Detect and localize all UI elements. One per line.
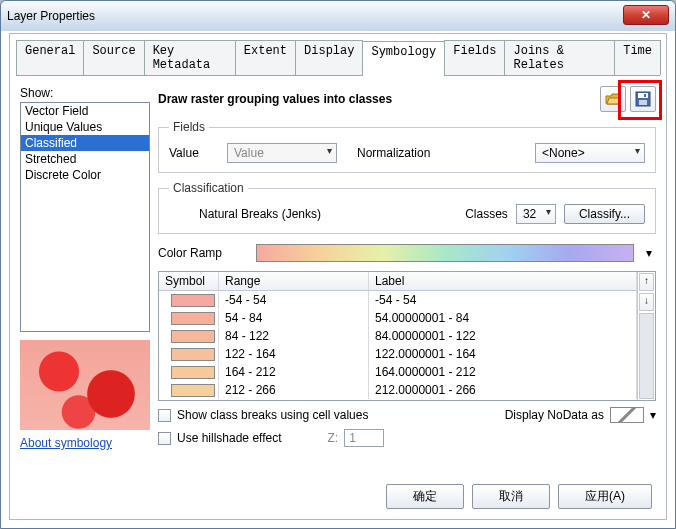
use-hillshade-label: Use hillshade effect <box>177 431 282 445</box>
show-listbox[interactable]: Vector Field Unique Values Classified St… <box>20 102 150 332</box>
table-body: -54 - 54-54 - 5454 - 8454.00000001 - 848… <box>159 291 637 399</box>
tab-time[interactable]: Time <box>614 40 661 75</box>
class-swatch[interactable] <box>171 312 215 325</box>
normalization-label: Normalization <box>357 146 430 160</box>
th-range[interactable]: Range <box>219 272 369 290</box>
tab-joins-relates[interactable]: Joins & Relates <box>504 40 615 75</box>
cell-label[interactable]: 212.0000001 - 266 <box>369 381 637 399</box>
tab-general[interactable]: General <box>16 40 84 75</box>
fields-group: Fields Value Value Normalization <None> <box>158 120 656 173</box>
table-row[interactable]: -54 - 54-54 - 54 <box>159 291 637 309</box>
left-panel: Show: Vector Field Unique Values Classif… <box>20 86 150 471</box>
class-table: Symbol Range Label -54 - 54-54 - 5454 - … <box>158 271 656 401</box>
show-item-vector-field[interactable]: Vector Field <box>21 103 149 119</box>
table-header: Symbol Range Label <box>159 272 637 291</box>
apply-button[interactable]: 应用(A) <box>558 484 652 509</box>
show-item-unique-values[interactable]: Unique Values <box>21 119 149 135</box>
z-label: Z: <box>328 431 339 445</box>
tab-symbology[interactable]: Symbology <box>362 41 445 76</box>
color-ramp-dropdown[interactable] <box>256 244 634 262</box>
cell-range[interactable]: 84 - 122 <box>219 327 369 345</box>
save-button[interactable] <box>630 86 656 112</box>
cell-range[interactable]: -54 - 54 <box>219 291 369 309</box>
dialog-footer: 确定 取消 应用(A) <box>386 484 652 509</box>
right-panel: Draw raster grouping values into classes… <box>158 86 656 471</box>
show-class-breaks-label: Show class breaks using cell values <box>177 408 368 422</box>
tab-strip: General Source Key Metadata Extent Displ… <box>16 40 660 76</box>
class-swatch[interactable] <box>171 366 215 379</box>
th-label[interactable]: Label <box>369 272 637 290</box>
show-item-classified[interactable]: Classified <box>21 135 149 151</box>
titlebar[interactable]: Layer Properties ✕ <box>1 1 675 31</box>
cancel-button[interactable]: 取消 <box>472 484 550 509</box>
cell-label[interactable]: 122.0000001 - 164 <box>369 345 637 363</box>
table-row[interactable]: 84 - 12284.00000001 - 122 <box>159 327 637 345</box>
tab-key-metadata[interactable]: Key Metadata <box>144 40 236 75</box>
chevron-down-icon[interactable]: ▾ <box>642 246 656 260</box>
window-title: Layer Properties <box>7 9 95 23</box>
display-nodata-label: Display NoData as <box>505 408 604 422</box>
close-button[interactable]: ✕ <box>623 5 669 25</box>
table-row[interactable]: 212 - 266212.0000001 - 266 <box>159 381 637 399</box>
save-disk-icon <box>635 91 651 107</box>
panel-heading: Draw raster grouping values into classes <box>158 92 596 106</box>
cell-range[interactable]: 122 - 164 <box>219 345 369 363</box>
cell-label[interactable]: 54.00000001 - 84 <box>369 309 637 327</box>
cell-label[interactable]: 164.0000001 - 212 <box>369 363 637 381</box>
heading-row: Draw raster grouping values into classes <box>158 86 656 112</box>
th-symbol[interactable]: Symbol <box>159 272 219 290</box>
cell-label[interactable]: -54 - 54 <box>369 291 637 309</box>
svg-rect-2 <box>639 100 647 105</box>
cell-range[interactable]: 54 - 84 <box>219 309 369 327</box>
tab-extent[interactable]: Extent <box>235 40 296 75</box>
open-button[interactable] <box>600 86 626 112</box>
show-class-breaks-checkbox[interactable] <box>158 409 171 422</box>
show-item-stretched[interactable]: Stretched <box>21 151 149 167</box>
tab-display[interactable]: Display <box>295 40 363 75</box>
scroll-thumb[interactable] <box>639 313 654 399</box>
open-folder-icon <box>605 92 621 106</box>
color-ramp-label: Color Ramp <box>158 246 248 260</box>
move-down-button[interactable]: ↓ <box>639 293 654 311</box>
classes-label: Classes <box>465 207 508 221</box>
classification-group: Classification Natural Breaks (Jenks) Cl… <box>158 181 656 234</box>
classes-dropdown[interactable]: 32 <box>516 204 556 224</box>
value-dropdown[interactable]: Value <box>227 143 337 163</box>
svg-rect-1 <box>638 93 648 98</box>
show-item-discrete-color[interactable]: Discrete Color <box>21 167 149 183</box>
table-row[interactable]: 122 - 164122.0000001 - 164 <box>159 345 637 363</box>
normalization-dropdown[interactable]: <None> <box>535 143 645 163</box>
nodata-color-picker[interactable] <box>610 407 644 423</box>
value-label: Value <box>169 146 219 160</box>
tab-body: Show: Vector Field Unique Values Classif… <box>10 76 666 481</box>
class-swatch[interactable] <box>171 330 215 343</box>
svg-rect-3 <box>644 94 646 97</box>
class-swatch[interactable] <box>171 294 215 307</box>
class-swatch[interactable] <box>171 384 215 397</box>
cell-label[interactable]: 84.00000001 - 122 <box>369 327 637 345</box>
table-row[interactable]: 164 - 212164.0000001 - 212 <box>159 363 637 381</box>
tab-source[interactable]: Source <box>83 40 144 75</box>
show-label: Show: <box>20 86 150 100</box>
use-hillshade-checkbox[interactable] <box>158 432 171 445</box>
class-swatch[interactable] <box>171 348 215 361</box>
table-row[interactable]: 54 - 8454.00000001 - 84 <box>159 309 637 327</box>
classify-button[interactable]: Classify... <box>564 204 645 224</box>
classification-method: Natural Breaks (Jenks) <box>199 207 321 221</box>
chevron-down-icon[interactable]: ▾ <box>650 408 656 422</box>
cell-range[interactable]: 164 - 212 <box>219 363 369 381</box>
move-up-button[interactable]: ↑ <box>639 273 654 291</box>
dialog-window: Layer Properties ✕ General Source Key Me… <box>0 0 676 529</box>
table-side-buttons: ↑ ↓ <box>637 272 655 400</box>
fields-legend: Fields <box>169 120 209 134</box>
ok-button[interactable]: 确定 <box>386 484 464 509</box>
content-area: General Source Key Metadata Extent Displ… <box>9 33 667 520</box>
z-input[interactable]: 1 <box>344 429 384 447</box>
tab-fields[interactable]: Fields <box>444 40 505 75</box>
about-symbology-link[interactable]: About symbology <box>20 436 150 450</box>
cell-range[interactable]: 212 - 266 <box>219 381 369 399</box>
classification-legend: Classification <box>169 181 248 195</box>
symbology-preview <box>20 340 150 430</box>
